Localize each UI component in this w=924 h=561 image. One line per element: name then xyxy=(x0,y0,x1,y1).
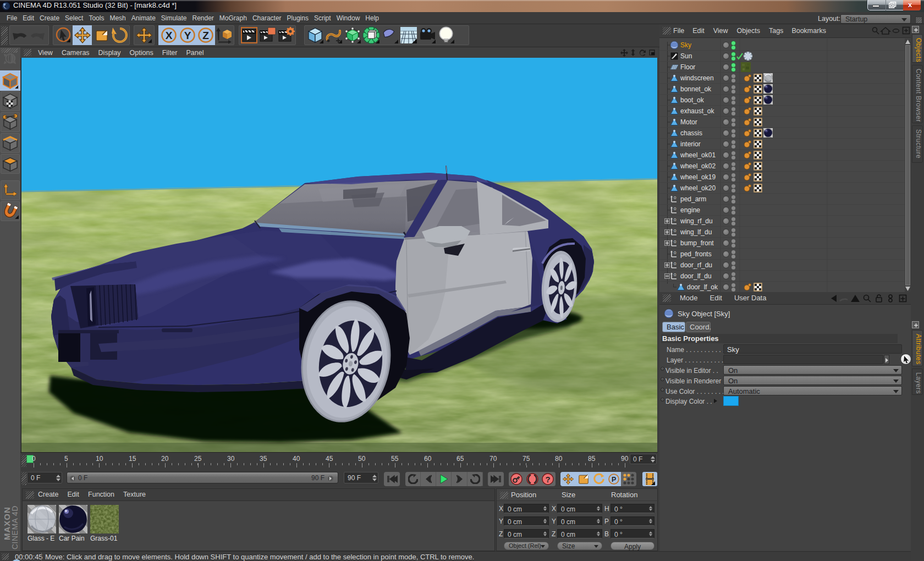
svg-text:15: 15 xyxy=(129,455,136,463)
svg-text:50: 50 xyxy=(358,455,366,463)
svg-text:P: P xyxy=(612,476,616,483)
svg-text:55: 55 xyxy=(391,455,399,463)
svg-text:70: 70 xyxy=(490,455,497,463)
svg-text:85: 85 xyxy=(588,455,596,463)
svg-text:?: ? xyxy=(545,475,550,484)
svg-text:20: 20 xyxy=(161,455,169,463)
svg-text:0: 0 xyxy=(32,455,36,463)
svg-text:5: 5 xyxy=(64,455,68,463)
svg-text:Y: Y xyxy=(184,30,191,41)
svg-text:10: 10 xyxy=(96,455,103,463)
svg-text:X: X xyxy=(166,30,173,41)
svg-text:25: 25 xyxy=(194,455,202,463)
svg-text:60: 60 xyxy=(424,455,432,463)
svg-text:80: 80 xyxy=(555,455,563,463)
svg-text:90: 90 xyxy=(621,455,629,463)
svg-text:35: 35 xyxy=(260,455,267,463)
svg-text:45: 45 xyxy=(326,455,333,463)
svg-text:65: 65 xyxy=(457,455,464,463)
svg-text:40: 40 xyxy=(293,455,300,463)
svg-text:30: 30 xyxy=(227,455,235,463)
svg-text:75: 75 xyxy=(522,455,530,463)
svg-text:Z: Z xyxy=(202,30,209,41)
